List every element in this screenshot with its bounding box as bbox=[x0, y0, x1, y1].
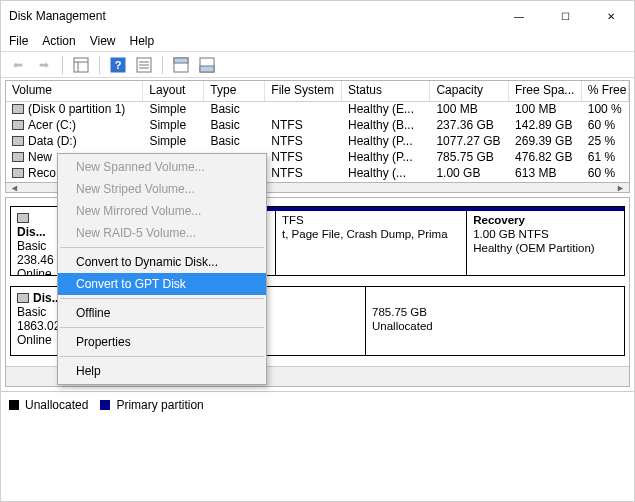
volume-icon bbox=[12, 168, 24, 178]
view-icon[interactable] bbox=[70, 54, 92, 76]
cell-free: 100 MB bbox=[509, 102, 582, 118]
col-layout[interactable]: Layout bbox=[143, 81, 204, 101]
legend-primary: Primary partition bbox=[116, 398, 203, 412]
part-status: t, Page File, Crash Dump, Prima bbox=[282, 227, 460, 241]
scroll-left-icon[interactable]: ◄ bbox=[6, 183, 23, 192]
toolbar-divider bbox=[162, 56, 163, 74]
cell-capacity: 1077.27 GB bbox=[430, 134, 509, 150]
window-title: Disk Management bbox=[9, 9, 496, 23]
cell-volume: (Disk 0 partition 1) bbox=[6, 102, 143, 118]
menu-action[interactable]: Action bbox=[42, 34, 75, 48]
table-row[interactable]: Acer (C:)SimpleBasicNTFSHealthy (B...237… bbox=[6, 118, 629, 134]
part-size: 785.75 GB bbox=[372, 305, 618, 319]
grid-header: Volume Layout Type File System Status Ca… bbox=[6, 81, 629, 101]
cell-free: 613 MB bbox=[509, 166, 582, 182]
cell-volume: Data (D:) bbox=[6, 134, 143, 150]
disk1-part-1[interactable]: 785.75 GB Unallocated bbox=[366, 287, 624, 355]
table-row[interactable]: (Disk 0 partition 1)SimpleBasicHealthy (… bbox=[6, 102, 629, 118]
disk0-part-recovery[interactable]: Recovery 1.00 GB NTFS Healthy (OEM Parti… bbox=[467, 207, 624, 275]
ctx-properties[interactable]: Properties bbox=[58, 331, 266, 353]
ctx-separator bbox=[60, 247, 264, 248]
cell-free: 269.39 GB bbox=[509, 134, 582, 150]
cell-layout: Simple bbox=[143, 134, 204, 150]
disk-size: 238.46 bbox=[17, 253, 54, 267]
legend-swatch-unallocated bbox=[9, 400, 19, 410]
legend: Unallocated Primary partition bbox=[1, 391, 634, 418]
col-capacity[interactable]: Capacity bbox=[430, 81, 509, 101]
titlebar: Disk Management — ☐ ✕ bbox=[1, 1, 634, 31]
context-menu: New Spanned Volume... New Striped Volume… bbox=[57, 153, 267, 385]
cell-fs: NTFS bbox=[265, 134, 342, 150]
volume-icon bbox=[12, 152, 24, 162]
cell-type: Basic bbox=[204, 118, 265, 134]
part-fs: 1.00 GB NTFS bbox=[473, 227, 618, 241]
cell-type: Basic bbox=[204, 102, 265, 118]
svg-rect-12 bbox=[200, 66, 214, 72]
maximize-button[interactable]: ☐ bbox=[542, 1, 588, 31]
disk-label[interactable]: Dis... Basic 238.46 Online bbox=[11, 207, 61, 275]
cell-status: Healthy (P... bbox=[342, 150, 430, 166]
cell-pct: 100 % bbox=[582, 102, 629, 118]
col-volume[interactable]: Volume bbox=[6, 81, 143, 101]
svg-rect-0 bbox=[74, 58, 88, 72]
cell-capacity: 785.75 GB bbox=[430, 150, 509, 166]
layout-top-icon[interactable] bbox=[170, 54, 192, 76]
ctx-new-striped: New Striped Volume... bbox=[58, 178, 266, 200]
ctx-convert-dynamic[interactable]: Convert to Dynamic Disk... bbox=[58, 251, 266, 273]
cell-status: Healthy (E... bbox=[342, 102, 430, 118]
disk-icon bbox=[17, 293, 29, 303]
back-icon[interactable]: ⬅ bbox=[7, 54, 29, 76]
cell-layout: Simple bbox=[143, 102, 204, 118]
toolbar: ⬅ ➡ ? bbox=[1, 52, 634, 78]
col-status[interactable]: Status bbox=[342, 81, 430, 101]
layout-bottom-icon[interactable] bbox=[196, 54, 218, 76]
volume-icon bbox=[12, 120, 24, 130]
col-type[interactable]: Type bbox=[204, 81, 265, 101]
disk-name: Dis... bbox=[17, 225, 46, 239]
col-filesystem[interactable]: File System bbox=[265, 81, 342, 101]
part-name: Recovery bbox=[473, 213, 618, 227]
cell-status: Healthy (P... bbox=[342, 134, 430, 150]
svg-text:?: ? bbox=[115, 59, 122, 71]
ctx-new-spanned: New Spanned Volume... bbox=[58, 156, 266, 178]
part-status: Unallocated bbox=[372, 319, 618, 333]
cell-pct: 60 % bbox=[582, 166, 629, 182]
cell-status: Healthy (B... bbox=[342, 118, 430, 134]
cell-pct: 61 % bbox=[582, 150, 629, 166]
cell-capacity: 237.36 GB bbox=[430, 118, 509, 134]
table-row[interactable]: Data (D:)SimpleBasicNTFSHealthy (P...107… bbox=[6, 134, 629, 150]
disk-icon bbox=[17, 213, 29, 223]
help-icon[interactable]: ? bbox=[107, 54, 129, 76]
cell-pct: 60 % bbox=[582, 118, 629, 134]
menu-help[interactable]: Help bbox=[130, 34, 155, 48]
svg-rect-10 bbox=[174, 58, 188, 63]
part-fs: TFS bbox=[282, 213, 460, 227]
close-button[interactable]: ✕ bbox=[588, 1, 634, 31]
disk0-part-1[interactable]: TFS t, Page File, Crash Dump, Prima bbox=[276, 207, 467, 275]
ctx-convert-gpt[interactable]: Convert to GPT Disk bbox=[58, 273, 266, 295]
ctx-help[interactable]: Help bbox=[58, 360, 266, 382]
menu-file[interactable]: File bbox=[9, 34, 28, 48]
col-free[interactable]: Free Spa... bbox=[509, 81, 582, 101]
toolbar-divider bbox=[62, 56, 63, 74]
ctx-new-mirrored: New Mirrored Volume... bbox=[58, 200, 266, 222]
ctx-separator bbox=[60, 327, 264, 328]
col-pct[interactable]: % Free bbox=[582, 81, 629, 101]
disk-type: Basic bbox=[17, 239, 54, 253]
minimize-button[interactable]: — bbox=[496, 1, 542, 31]
cell-fs: NTFS bbox=[265, 118, 342, 134]
forward-icon[interactable]: ➡ bbox=[33, 54, 55, 76]
menubar: File Action View Help bbox=[1, 31, 634, 51]
menu-view[interactable]: View bbox=[90, 34, 116, 48]
cell-pct: 25 % bbox=[582, 134, 629, 150]
legend-swatch-primary bbox=[100, 400, 110, 410]
volume-icon bbox=[12, 104, 24, 114]
part-status: Healthy (OEM Partition) bbox=[473, 241, 618, 255]
cell-free: 142.89 GB bbox=[509, 118, 582, 134]
cell-capacity: 100 MB bbox=[430, 102, 509, 118]
ctx-offline[interactable]: Offline bbox=[58, 302, 266, 324]
cell-capacity: 1.00 GB bbox=[430, 166, 509, 182]
scroll-right-icon[interactable]: ► bbox=[612, 183, 629, 192]
list-icon[interactable] bbox=[133, 54, 155, 76]
ctx-separator bbox=[60, 356, 264, 357]
